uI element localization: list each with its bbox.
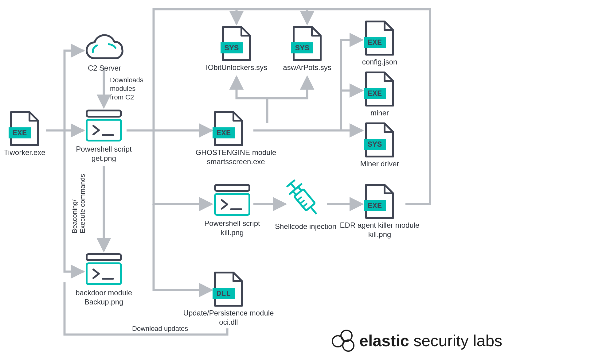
- node-label: Tiworker.exe: [4, 148, 45, 157]
- node-getpng: Powershell script get.png: [76, 110, 132, 162]
- node-edr: EXE EDR agent killer module kill.png: [340, 185, 420, 238]
- edge-label-beaconing-1: Beaconing/: [71, 199, 78, 233]
- node-iobit: SYS IObitUnlockers.sys: [206, 27, 267, 72]
- node-label: Shellcode injection: [275, 222, 336, 230]
- node-label: backdoor module: [76, 288, 132, 297]
- badge-text: EXE: [368, 38, 382, 47]
- edge-ghost-miner: [341, 91, 362, 130]
- node-label: Powershell script: [204, 219, 260, 227]
- node-label: miner: [370, 109, 389, 117]
- node-label: Powershell script: [76, 145, 132, 153]
- node-ghost: EXE GHOSTENGINE module smartsscreen.exe: [196, 112, 276, 166]
- badge-text: SYS: [225, 44, 239, 53]
- node-aswar: SYS aswArPots.sys: [283, 27, 331, 72]
- badge-text: SYS: [368, 140, 382, 149]
- node-label-sub: smartsscreen.exe: [207, 157, 265, 166]
- node-config: EXE config.json: [362, 21, 397, 66]
- node-minerdriver: SYS Miner driver: [360, 123, 399, 168]
- elastic-logo: elastic security labs: [332, 330, 502, 351]
- node-miner: EXE miner: [364, 72, 393, 117]
- badge-text: EXE: [217, 129, 231, 138]
- node-label-sub: kill.png: [221, 228, 244, 237]
- logo-main: elastic: [359, 332, 409, 350]
- logo-sub: security labs: [409, 332, 502, 350]
- node-label: C2 Server: [88, 64, 121, 72]
- badge-text: DLL: [217, 289, 231, 298]
- node-label: Miner driver: [360, 160, 399, 168]
- edge-ghost-iobit: [237, 77, 267, 123]
- node-label: EDR agent killer module: [340, 221, 420, 229]
- node-label: config.json: [362, 58, 397, 66]
- svg-text:elastic security labs: elastic security labs: [359, 332, 502, 350]
- node-label-sub: kill.png: [368, 230, 391, 238]
- edge-label-download-updates: Download updates: [132, 325, 188, 332]
- node-label-sub: oci.dll: [219, 318, 238, 326]
- edge-getpng-killpng: [154, 130, 212, 204]
- node-oci: DLL Update/Persistence module oci.dll: [183, 273, 274, 326]
- node-label-sub: Backup.png: [84, 298, 123, 306]
- edge-label-downloads-3: from C2: [110, 93, 134, 101]
- node-label: Update/Persistence module: [183, 309, 274, 317]
- edge-ghost-aswar: [267, 77, 307, 98]
- diagram: EXE Tiworker.exe C2 Server Powershell sc…: [0, 0, 614, 364]
- badge-text: EXE: [368, 201, 382, 211]
- node-killpng: Powershell script kill.png: [204, 185, 260, 237]
- node-label: aswArPots.sys: [283, 63, 331, 72]
- edge-label-downloads-2: modules: [110, 85, 135, 92]
- node-backup: backdoor module Backup.png: [76, 254, 132, 306]
- edge-getpng-oci: [154, 204, 212, 290]
- badge-text: SYS: [295, 44, 310, 53]
- node-label: GHOSTENGINE module: [196, 148, 276, 157]
- node-c2: C2 Server: [87, 35, 123, 72]
- badge-text: EXE: [368, 89, 382, 98]
- node-label-sub: get.png: [92, 154, 116, 162]
- edge-label-downloads-1: Downloads: [110, 76, 143, 84]
- badge-text: EXE: [13, 129, 27, 138]
- edge-ghost-config: [341, 40, 362, 91]
- node-label: IObitUnlockers.sys: [206, 63, 267, 72]
- edge-tiworker-c2: [65, 51, 84, 130]
- node-tiworker: EXE Tiworker.exe: [4, 112, 45, 157]
- edge-label-beaconing-2: Execute commands: [79, 174, 86, 233]
